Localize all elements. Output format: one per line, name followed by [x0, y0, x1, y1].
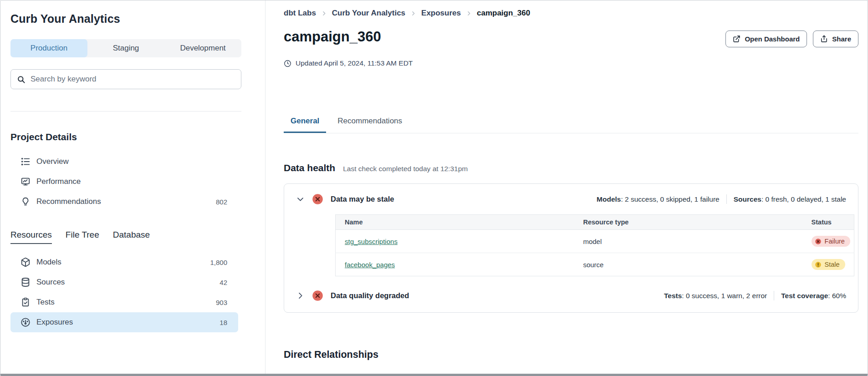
clock-icon: [284, 60, 291, 67]
env-tab-production[interactable]: Production: [10, 39, 87, 57]
open-dashboard-button[interactable]: Open Dashboard: [725, 30, 807, 47]
tests-stat-value: : 0 success, 1 warn, 2 error: [682, 292, 767, 300]
page-actions: Open Dashboard Share: [725, 30, 858, 47]
title-row: campaign_360 Open Dashboard: [284, 29, 858, 47]
sidebar-item-recommendations[interactable]: Recommendations 802: [10, 192, 238, 212]
tests-stat: Tests: 0 success, 1 warn, 2 error: [664, 292, 767, 300]
project-details-nav: Overview Performance: [0, 152, 265, 212]
table-header-row: Name Resource type Status: [336, 215, 854, 230]
resource-type: source: [583, 261, 603, 269]
chevron-right-icon: [321, 10, 327, 16]
status-badge-label: Stale: [825, 261, 840, 268]
sidebar-item-count: 18: [220, 319, 227, 326]
data-quality-stats: Tests: 0 success, 1 warn, 2 error Test c…: [664, 291, 846, 300]
tab-recommendations[interactable]: Recommendations: [331, 112, 409, 133]
breadcrumb-project[interactable]: Curb Your Analytics: [332, 9, 405, 18]
stat-divider: [726, 194, 727, 204]
stat-divider: [774, 291, 774, 300]
data-quality-label: Data quality degraded: [331, 291, 409, 300]
sidebar-item-count: 903: [216, 299, 227, 306]
sidebar-item-count: 42: [220, 279, 227, 286]
column-header-status: Status: [802, 215, 854, 230]
chevron-right-icon: [466, 10, 472, 16]
breadcrumb-exposures[interactable]: Exposures: [421, 9, 461, 18]
chevron-right-icon: [296, 291, 305, 300]
sources-stat-value: : 0 fresh, 0 delayed, 1 stale: [761, 195, 846, 203]
sidebar-item-count: 802: [216, 198, 227, 206]
page-title: campaign_360: [284, 29, 381, 45]
share-icon: [820, 35, 828, 43]
tab-file-tree[interactable]: File Tree: [66, 230, 99, 244]
status-badge-label: Failure: [825, 238, 845, 245]
share-label: Share: [832, 35, 851, 43]
clipboard-check-icon: [20, 297, 31, 307]
sources-stat-label: Sources: [734, 195, 761, 203]
lightbulb-icon: [20, 197, 31, 207]
list-icon: [20, 157, 31, 167]
column-header-resource-type: Resource type: [574, 215, 802, 230]
env-tab-staging[interactable]: Staging: [87, 39, 164, 57]
stale-data-label: Data may be stale: [331, 195, 394, 203]
tests-stat-label: Tests: [664, 292, 682, 300]
project-title: Curb Your Analytics: [10, 12, 255, 25]
tab-general[interactable]: General: [284, 112, 326, 133]
warning-circle-icon: [815, 261, 822, 268]
chevron-right-icon: [410, 10, 416, 16]
tab-resources[interactable]: Resources: [10, 230, 52, 244]
chevron-down-icon: [296, 195, 305, 203]
env-tab-development[interactable]: Development: [164, 39, 241, 57]
tab-database[interactable]: Database: [113, 230, 150, 244]
project-details-heading: Project Details: [10, 132, 255, 142]
breadcrumb-account[interactable]: dbt Labs: [284, 9, 316, 18]
sidebar-item-performance[interactable]: Performance: [10, 172, 238, 192]
resource-view-tabs: Resources File Tree Database: [10, 230, 255, 244]
sidebar-item-label: Exposures: [36, 318, 73, 327]
breadcrumb-current: campaign_360: [477, 9, 530, 18]
error-circle-icon: [815, 238, 822, 245]
sidebar-item-label: Recommendations: [36, 197, 101, 206]
sidebar-item-sources[interactable]: Sources 42: [10, 272, 238, 292]
resources-nav: Models 1,800 Sources 42: [0, 252, 265, 332]
sidebar-item-overview[interactable]: Overview: [10, 152, 238, 172]
search-input[interactable]: [31, 75, 235, 84]
models-stat-label: Models: [597, 195, 621, 203]
resource-link[interactable]: facebook_pages: [345, 261, 395, 269]
breadcrumb: dbt Labs Curb Your Analytics Exposures c…: [284, 9, 858, 18]
sidebar-search[interactable]: [10, 69, 241, 89]
sidebar-item-label: Models: [36, 258, 61, 267]
sidebar-item-label: Overview: [36, 157, 69, 166]
sources-stat: Sources: 0 fresh, 0 delayed, 1 stale: [734, 195, 846, 203]
exposure-detail-page: dbt Labs Curb Your Analytics Exposures c…: [266, 0, 868, 374]
error-circle-icon: [311, 193, 324, 205]
stale-data-row: Data may be stale Models: 2 success, 0 s…: [284, 184, 858, 214]
table-row: facebook_pages source Stale: [336, 253, 854, 276]
coverage-stat: Test coverage: 60%: [781, 292, 846, 300]
environment-switcher: Production Staging Development: [10, 39, 241, 57]
expand-toggle[interactable]: [296, 291, 305, 300]
models-stat: Models: 2 success, 0 skipped, 1 failure: [597, 195, 720, 203]
sidebar-item-models[interactable]: Models 1,800: [10, 252, 238, 272]
coverage-stat-label: Test coverage: [781, 292, 828, 300]
data-quality-row: Data quality degraded Tests: 0 success, …: [284, 281, 858, 312]
models-stat-value: : 2 success, 0 skipped, 1 failure: [621, 195, 719, 203]
direct-relationships-heading: Direct Relationships: [284, 349, 858, 361]
sidebar-item-tests[interactable]: Tests 903: [10, 292, 238, 312]
column-header-name: Name: [336, 215, 574, 230]
sidebar-item-label: Tests: [36, 298, 55, 307]
collapse-toggle[interactable]: [296, 195, 305, 203]
resource-link[interactable]: stg_subscriptions: [345, 238, 398, 245]
cube-icon: [20, 257, 31, 267]
project-sidebar: Curb Your Analytics Production Staging D…: [0, 0, 266, 374]
data-health-heading-row: Data health Last check completed today a…: [284, 163, 858, 173]
sidebar-divider: [10, 111, 241, 112]
search-icon: [17, 75, 26, 84]
external-link-icon: [733, 35, 740, 43]
share-button[interactable]: Share: [813, 30, 858, 47]
status-badge: Stale: [812, 259, 845, 270]
data-health-card: Data may be stale Models: 2 success, 0 s…: [284, 183, 858, 313]
resource-type: model: [583, 238, 602, 245]
data-health-heading: Data health: [284, 163, 335, 173]
database-icon: [20, 277, 31, 287]
sidebar-item-exposures[interactable]: Exposures 18: [10, 312, 238, 332]
sidebar-item-count: 1,800: [210, 259, 227, 266]
